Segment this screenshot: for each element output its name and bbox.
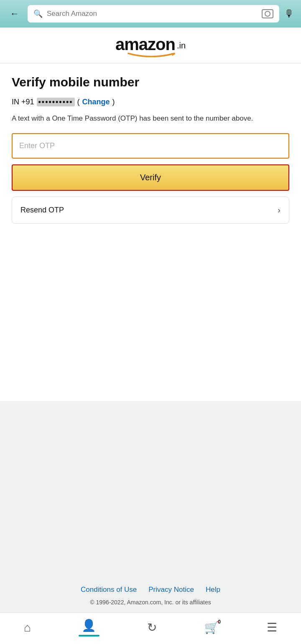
nav-cart[interactable]: 🛒 0: [204, 621, 219, 634]
home-icon: ⌂: [24, 621, 31, 634]
account-icon: 👤: [82, 619, 96, 632]
browser-bar: ← 🔍 🎙: [0, 0, 301, 28]
nav-home[interactable]: ⌂: [24, 621, 31, 634]
cart-count: 0: [218, 619, 221, 625]
phone-number: ••••••••••: [37, 98, 75, 106]
menu-icon: ☰: [267, 621, 277, 634]
cart-icon: 🛒: [204, 621, 219, 634]
otp-description: A text with a One Time Password (OTP) ha…: [12, 113, 289, 124]
mic-icon[interactable]: 🎙: [284, 8, 294, 20]
chevron-right-icon: ›: [278, 205, 281, 215]
phone-row: IN +91 •••••••••• ( Change ): [12, 98, 289, 106]
nav-active-indicator: [79, 635, 99, 636]
phone-open-paren: (: [77, 98, 80, 106]
phone-close-paren: ): [112, 98, 115, 106]
resend-otp-label: Resend OTP: [20, 206, 64, 215]
amazon-smile-icon: [126, 52, 176, 57]
amazon-logo-text: amazon: [115, 35, 175, 54]
otp-input[interactable]: [12, 133, 289, 159]
privacy-notice-link[interactable]: Privacy Notice: [148, 586, 194, 594]
resend-otp-button[interactable]: Resend OTP ›: [12, 197, 289, 224]
footer: Conditions of Use Privacy Notice Help © …: [0, 569, 301, 612]
verify-button[interactable]: Verify: [12, 164, 289, 191]
amazon-logo: amazon .in: [115, 35, 186, 57]
change-link[interactable]: Change: [82, 98, 110, 106]
main-content: Verify mobile number IN +91 •••••••••• (…: [0, 63, 301, 401]
camera-icon: [262, 9, 273, 18]
search-icon: 🔍: [33, 9, 43, 18]
amazon-tld: .in: [177, 41, 186, 51]
updates-icon: ↻: [147, 621, 157, 634]
help-link[interactable]: Help: [206, 586, 220, 594]
search-input[interactable]: [47, 10, 258, 18]
bottom-nav: ⌂ 👤 ↻ 🛒 0 ☰: [0, 612, 301, 644]
nav-account[interactable]: 👤: [79, 619, 99, 636]
back-button[interactable]: ←: [7, 7, 23, 21]
page-title: Verify mobile number: [12, 75, 289, 89]
conditions-of-use-link[interactable]: Conditions of Use: [81, 586, 137, 594]
search-bar[interactable]: 🔍: [28, 5, 279, 23]
nav-menu[interactable]: ☰: [267, 621, 277, 634]
footer-links-row: Conditions of Use Privacy Notice Help: [81, 586, 220, 594]
copyright-text: © 1996-2022, Amazon.com, Inc. or its aff…: [90, 599, 211, 606]
logo-bar: amazon .in: [0, 28, 301, 63]
phone-prefix: IN +91: [12, 98, 34, 106]
nav-updates[interactable]: ↻: [147, 621, 157, 634]
content-spacer: [0, 401, 301, 569]
